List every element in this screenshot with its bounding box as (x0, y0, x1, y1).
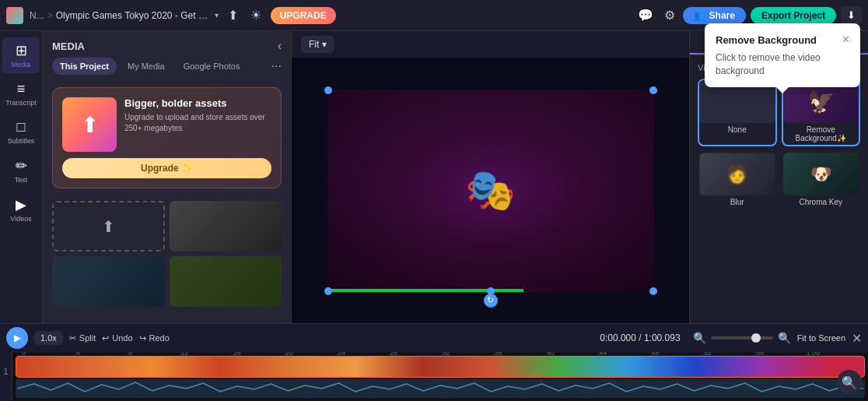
download-button[interactable]: ⬇ (841, 6, 862, 24)
sidebar-item-media[interactable]: ⊞ Media (2, 37, 40, 73)
zoom-in-button[interactable]: 🔍 (778, 332, 791, 344)
preview-area: Fit ▾ 🎭 ↻ (292, 31, 689, 323)
media-grid: ⬆ (43, 195, 291, 313)
users-icon: 👥 (694, 10, 705, 21)
chevron-down-icon: ▾ (322, 39, 327, 50)
track-number: 1 (4, 368, 9, 376)
waveform-svg (17, 381, 863, 396)
sidebar-item-transcript[interactable]: ≡ Transcript (2, 76, 40, 111)
close-timeline-button[interactable]: ✕ (852, 331, 862, 346)
zoom-controls: 🔍 🔍 (693, 332, 791, 344)
resize-handle-tl[interactable] (324, 86, 332, 94)
redo-button[interactable]: ↪ Redo (139, 333, 170, 343)
right-content: Video B... None 🦅 RemoveBackground✨ 🧑 (690, 55, 868, 323)
timecode-display: 0:00.000 / 1:00.093 (600, 332, 680, 343)
scissors-icon: ✂ (69, 333, 76, 343)
tooltip-title: Remove Background (716, 34, 817, 46)
project-title: Olympic Games Tokyo 2020 - Get R... (56, 10, 212, 21)
media-thumbnail[interactable] (170, 201, 282, 252)
bg-option-blur[interactable]: 🧑 Blur (698, 151, 777, 210)
timeline: ▶ 1.0x ✂ Split ↩ Undo ↪ Redo 0:00.000 / … (0, 323, 868, 401)
upgrade-banner: ⬆ Bigger, bolder assets Upgrade to uploa… (52, 87, 282, 188)
zoom-thumb (751, 333, 761, 343)
tooltip-arrow (776, 87, 789, 93)
share-button[interactable]: 👥 Share (683, 7, 746, 24)
media-panel-title: MEDIA (52, 40, 85, 52)
track-numbers: 1 (0, 352, 12, 401)
settings-icon[interactable]: ⚙ (661, 5, 678, 26)
app-logo (6, 7, 23, 24)
zoom-out-button[interactable]: 🔍 (693, 332, 706, 344)
video-clip[interactable] (16, 356, 865, 378)
bg-option-remove[interactable]: 🦅 RemoveBackground✨ (782, 79, 861, 146)
subtitles-icon: □ (17, 119, 26, 135)
resize-handle-bl[interactable] (324, 287, 332, 295)
bg-option-chroma[interactable]: 🐶 Chroma Key (782, 151, 861, 210)
videos-icon: ▶ (16, 196, 26, 213)
bg-label-remove: RemoveBackground✨ (783, 123, 859, 145)
resize-handle-br[interactable] (649, 287, 657, 295)
media-thumbnail[interactable] (170, 256, 282, 307)
split-button[interactable]: ✂ Split (69, 333, 96, 343)
tab-google-photos[interactable]: Google Photos (176, 58, 248, 75)
undo-button[interactable]: ↩ Undo (102, 333, 132, 343)
bg-label-chroma: Chroma Key (783, 195, 859, 209)
speed-button[interactable]: 1.0x (34, 331, 63, 345)
video-frame: 🎭 (327, 90, 654, 292)
sidebar-item-label: Subtitles (8, 137, 35, 145)
bg-options: None 🦅 RemoveBackground✨ 🧑 Blur 🐶 (698, 79, 860, 210)
export-button[interactable]: Export Project (751, 7, 836, 24)
topbar-actions: 💬 ⚙ 👥 Share Export Project ⬇ (635, 5, 862, 26)
zoom-slider[interactable] (711, 336, 773, 339)
sidebar-item-label: Videos (10, 215, 31, 223)
bg-thumb-blur: 🧑 (699, 153, 775, 195)
tab-this-project[interactable]: This Project (52, 58, 117, 75)
fit-dropdown-button[interactable]: Fit ▾ (301, 36, 334, 53)
upgrade-title: Bigger, bolder assets (124, 97, 271, 109)
resize-handle-tr[interactable] (649, 86, 657, 94)
media-header: MEDIA ‹ (43, 31, 291, 58)
main-area: ⊞ Media ≡ Transcript □ Subtitles ✏ Text … (0, 31, 868, 323)
chevron-down-icon: ▾ (215, 11, 219, 19)
sun-icon[interactable]: ☀ (247, 5, 264, 26)
share-label: Share (709, 10, 735, 21)
play-button[interactable]: ▶ (6, 327, 28, 349)
undo-icon: ↩ (102, 333, 109, 343)
timeline-body: 1 0 :4 :8 :12 :16 :20 :24 :28 :32 :36 :4… (0, 352, 868, 401)
upgrade-button[interactable]: UPGRADE (271, 7, 336, 24)
more-options-button[interactable]: ··· (271, 59, 282, 73)
upload-icon[interactable]: ⬆ (225, 5, 241, 26)
preview-toolbar: Fit ▾ (292, 31, 689, 58)
sidebar-item-subtitles[interactable]: □ Subtitles (2, 114, 40, 149)
media-thumbnail[interactable] (52, 256, 165, 307)
breadcrumb: N... > Olympic Games Tokyo 2020 - Get R.… (30, 10, 219, 21)
sidebar-item-text[interactable]: ✏ Text (2, 153, 40, 188)
tooltip-close-button[interactable]: × (842, 33, 849, 47)
text-icon: ✏ (16, 157, 27, 174)
tab-my-media[interactable]: My Media (120, 58, 173, 75)
right-panel: Remove Background × Click to remove the … (689, 31, 868, 323)
bg-option-none[interactable]: None (698, 79, 777, 146)
media-panel-close-button[interactable]: ‹ (278, 39, 282, 53)
video-track (12, 353, 868, 401)
upload-icon: ⬆ (102, 217, 115, 236)
sidebar: ⊞ Media ≡ Transcript □ Subtitles ✏ Text … (0, 31, 43, 323)
redo-icon: ↪ (139, 333, 146, 343)
refresh-handle[interactable]: ↻ (484, 294, 498, 308)
preview-canvas: 🎭 ↻ (292, 58, 689, 323)
audio-track[interactable] (16, 379, 865, 398)
sidebar-item-videos[interactable]: ▶ Videos (2, 192, 40, 227)
fit-to-screen-button[interactable]: Fit to Screen (797, 333, 845, 343)
media-upload-button[interactable]: ⬆ (52, 201, 165, 252)
nav-back[interactable]: N... (30, 10, 44, 21)
media-tabs: This Project My Media Google Photos ··· (43, 58, 291, 81)
chat-icon[interactable]: 💬 (635, 5, 656, 26)
tooltip-body: Click to remove the video background (716, 51, 849, 78)
sidebar-item-label: Media (12, 61, 31, 69)
search-button[interactable]: 🔍 (837, 370, 862, 395)
upgrade-button-banner[interactable]: Upgrade ✨ (62, 158, 271, 178)
media-panel: MEDIA ‹ This Project My Media Google Pho… (43, 31, 292, 323)
media-icon: ⊞ (16, 42, 27, 59)
bg-thumb-chroma: 🐶 (783, 153, 859, 195)
track-area: 0 :4 :8 :12 :16 :20 :24 :28 :32 :36 :40 … (12, 352, 868, 401)
